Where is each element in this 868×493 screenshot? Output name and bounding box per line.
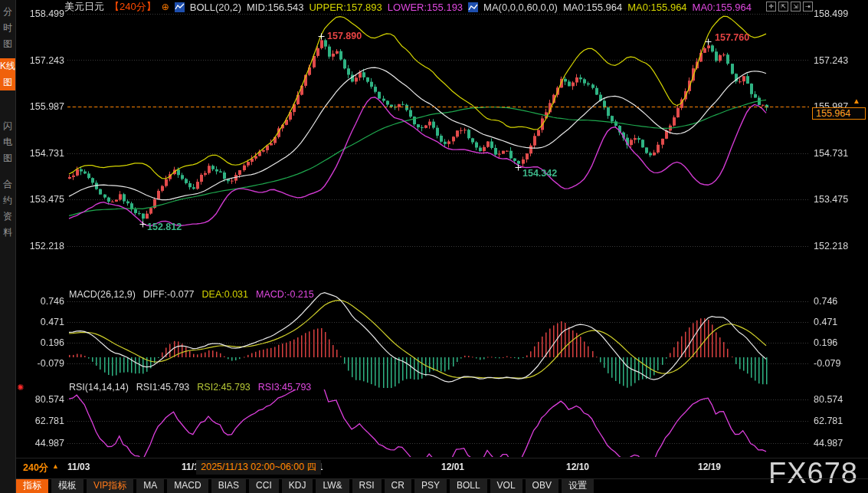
rsi-tick: 44.987 (814, 438, 853, 449)
toolbar-item-psy[interactable]: PSY (414, 479, 447, 493)
rsi-tick: 62.781 (25, 416, 64, 426)
price-tick: 157.243 (814, 55, 853, 66)
macd-tick: -0.079 (25, 358, 64, 369)
toolbar-item-macd[interactable]: MACD (167, 479, 208, 493)
toolbar-item-lw[interactable]: LW& (316, 479, 349, 493)
x-tick: 12/10 (566, 462, 589, 472)
chart-header: 美元日元 【240分】 ⊕ BOLL(20,2) MID:156.543 UPP… (64, 1, 752, 13)
rsi-header: RSI(14,14,14) RSI1:45.793 RSI2:45.793 RS… (69, 382, 311, 393)
price-tick: 152.218 (814, 241, 853, 251)
candle-tooltip: 2025/11/13 02:00~06:00 四 (196, 460, 321, 475)
macd-tick: -0.079 (814, 358, 853, 369)
toolbar-item-template[interactable]: 模板 (51, 479, 84, 493)
price-tick: 154.731 (814, 148, 853, 159)
high-annotation: 157.890 (327, 31, 362, 41)
toolbar-item-ma[interactable]: MA (136, 479, 164, 493)
current-price-box: 155.964 (812, 107, 866, 120)
period-selector[interactable]: 240分 (23, 462, 48, 475)
toolbar-item-indicator[interactable]: 指标 (16, 479, 48, 493)
symbol-title: 美元日元 (64, 0, 104, 14)
scale-right-icon[interactable]: ⇲ (791, 2, 801, 12)
macd-tick: 0.746 (814, 296, 853, 307)
macd-tick: 0.471 (814, 317, 853, 327)
price-tick: 153.475 (25, 194, 64, 205)
chart-canvas[interactable] (0, 0, 868, 493)
sidebar-tab-contract[interactable]: 合约资料 (0, 176, 15, 241)
price-tick: 153.475 (814, 194, 853, 205)
toolbar-item-cci[interactable]: CCI (249, 479, 279, 493)
left-sidebar: 分时图 K线图 闪电图 合约资料 (0, 0, 16, 493)
low-annotation: 152.812 (147, 222, 182, 232)
sidebar-tab-timeline[interactable]: 分时图 (0, 4, 15, 52)
macd-diff-value: DIFF:-0.077 (143, 289, 195, 300)
rsi-tick: 62.781 (814, 416, 853, 426)
rsi3-value: RSI3:45.793 (258, 382, 312, 393)
ma0-white-value: MA0:155.964 (563, 2, 622, 13)
toolbar-item-bias[interactable]: BIAS (211, 479, 246, 493)
toolbar-item-boll[interactable]: BOLL (450, 479, 487, 493)
toolbar-item-vol[interactable]: VOL (490, 479, 522, 493)
rsi-tick: 80.574 (814, 394, 853, 405)
sidebar-tab-flash[interactable]: 闪电图 (0, 118, 15, 166)
live-indicator-icon: ✺ (17, 383, 24, 393)
scale-left-icon[interactable]: ⇱ (778, 2, 788, 12)
macd-tick: 0.196 (814, 337, 853, 348)
sidebar-tab-kline[interactable]: K线图 (0, 58, 15, 90)
rsi1-value: RSI1:45.793 (136, 382, 190, 393)
low-annotation: 154.342 (522, 168, 557, 179)
macd-tick: 0.746 (25, 296, 64, 307)
toolbar-item-kdj[interactable]: KDJ (282, 479, 313, 493)
rsi-tick: 80.574 (25, 394, 64, 405)
toolbar-item-obv[interactable]: OBV (526, 479, 558, 493)
ma0-magenta-value: MA0:155.964 (693, 2, 752, 13)
period-label[interactable]: 【240分】 (110, 0, 156, 14)
toolbar-item-cr[interactable]: CR (385, 479, 411, 493)
macd-label: MACD(26,12,9) (69, 289, 136, 300)
price-tick: 157.243 (25, 55, 64, 66)
macd-tick: 0.471 (25, 317, 64, 327)
price-tick: 154.731 (25, 148, 64, 159)
macd-header: MACD(26,12,9) DIFF:-0.077 DEA:0.031 MACD… (69, 289, 314, 300)
high-annotation: 157.760 (715, 32, 749, 43)
price-tick: 155.987 (25, 101, 64, 112)
ma0-yellow-value: MA0:155.964 (627, 2, 686, 13)
axis-separator (15, 458, 868, 458)
macd-dea-value: DEA:0.031 (202, 289, 248, 300)
price-tick: 152.218 (25, 241, 64, 251)
toolbar-item-vip[interactable]: VIP指标 (87, 479, 133, 493)
macd-tick: 0.196 (25, 337, 64, 348)
boll-mid-value: MID:156.543 (247, 2, 303, 13)
shift-right-icon[interactable]: ⇥ (803, 2, 813, 12)
price-tick: 158.499 (25, 8, 64, 19)
rsi-label: RSI(14,14,14) (69, 382, 129, 393)
rsi2-value: RSI2:45.793 (197, 382, 251, 393)
toolbar-item-rsi[interactable]: RSI (352, 479, 382, 493)
ma-chart-icon (468, 2, 478, 12)
boll-lower-value: LOWER:155.193 (388, 2, 463, 13)
toolbar-item-settings[interactable]: 设置 (562, 479, 594, 493)
macd-value: MACD:-0.215 (256, 289, 314, 300)
ma-label: MA(0,0,0,60,0,0) (483, 2, 558, 13)
x-tick: 11/03 (67, 462, 90, 472)
period-up-icon: ▲ (52, 462, 59, 470)
pan-icon[interactable]: ✛ (766, 2, 776, 12)
x-tick: 12/01 (441, 462, 464, 472)
boll-chart-icon (175, 2, 185, 12)
boll-label: BOLL(20,2) (190, 2, 241, 13)
boll-upper-value: UPPER:157.893 (309, 2, 382, 13)
price-up-arrow-icon: ▲ (853, 97, 860, 105)
price-tick: 158.499 (814, 8, 853, 19)
add-indicator-icon[interactable]: ⊕ (162, 2, 169, 12)
chart-tools: ✛ ⇱ ⇲ ⇥ (766, 2, 813, 12)
indicator-toolbar: 指标 模板 VIP指标 MA MACD BIAS CCI KDJ LW& RSI… (16, 479, 868, 493)
rsi-tick: 44.987 (25, 438, 64, 449)
x-tick: 12/19 (698, 462, 721, 472)
